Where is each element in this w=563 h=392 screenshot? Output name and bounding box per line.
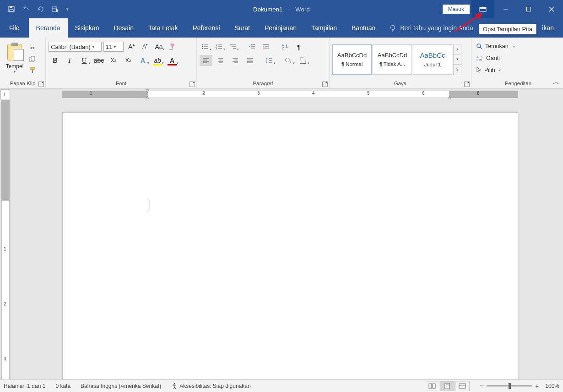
justify-button[interactable] — [244, 55, 256, 66]
borders-button[interactable]: ▾ — [297, 55, 309, 66]
change-case-icon[interactable]: Aa▾ — [153, 41, 165, 52]
print-layout-button[interactable] — [440, 381, 455, 391]
first-line-indent-marker[interactable]: ▽ — [146, 89, 149, 93]
highlight-button[interactable]: ab▾ — [151, 55, 164, 66]
decrease-font-icon[interactable]: A▾ — [139, 41, 151, 52]
collapse-ribbon-icon[interactable]: ︿ — [553, 78, 559, 87]
signin-button[interactable]: Masuk — [443, 5, 470, 14]
align-left-button[interactable] — [200, 55, 212, 66]
undo-icon[interactable] — [19, 2, 33, 16]
svg-rect-68 — [429, 384, 432, 388]
style-no-spacing[interactable]: AaBbCcDd ¶ Tidak A... — [373, 44, 412, 75]
bullets-button[interactable]: ▾ — [200, 41, 211, 52]
svg-rect-1 — [10, 6, 12, 8]
hanging-indent-marker[interactable]: △ — [146, 94, 149, 99]
font-color-button[interactable]: A▾ — [166, 55, 179, 66]
strike-button[interactable]: abc — [92, 55, 105, 66]
close-button[interactable] — [540, 0, 563, 18]
document-page[interactable] — [62, 112, 518, 379]
svg-text:A: A — [282, 44, 284, 47]
svg-point-23 — [202, 48, 204, 49]
select-button[interactable]: Pilih▾ — [476, 65, 501, 75]
redo-icon[interactable] — [34, 2, 48, 16]
touch-icon[interactable] — [49, 2, 62, 16]
format-painter-icon[interactable] — [28, 66, 37, 74]
decrease-indent-button[interactable] — [246, 41, 258, 52]
tab-file[interactable]: File — [0, 18, 29, 38]
increase-indent-button[interactable] — [260, 41, 272, 52]
font-size-combo[interactable]: 11▾ — [103, 42, 124, 52]
status-accessibility[interactable]: Aksesibilitas: Siap digunakan — [171, 383, 250, 389]
replace-icon: abac — [476, 55, 483, 61]
zoom-in-button[interactable]: + — [535, 382, 539, 390]
tab-view[interactable]: Tampilan — [304, 18, 344, 38]
save-icon[interactable] — [5, 2, 18, 16]
zoom-level[interactable]: 100% — [545, 383, 559, 389]
status-words[interactable]: 0 kata — [55, 383, 70, 389]
text-effects-button[interactable]: A▾ — [136, 55, 149, 66]
copy-icon[interactable] — [28, 55, 37, 63]
status-page[interactable]: Halaman 1 dari 1 — [4, 383, 45, 389]
clear-format-icon[interactable] — [167, 41, 179, 52]
svg-line-64 — [480, 47, 482, 49]
clipboard-launcher[interactable] — [38, 82, 44, 87]
editing-group-label: Pengeditan — [505, 81, 531, 86]
maximize-button[interactable] — [517, 0, 540, 18]
font-launcher[interactable] — [189, 82, 195, 87]
replace-button[interactable]: abac Ganti — [476, 53, 500, 63]
tab-help[interactable]: Bantuan — [344, 18, 383, 38]
align-center-button[interactable] — [214, 55, 227, 66]
multilevel-button[interactable]: ▾ — [227, 41, 239, 52]
increase-font-icon[interactable]: A▴ — [125, 41, 137, 52]
svg-point-19 — [202, 44, 204, 46]
svg-rect-8 — [527, 7, 531, 11]
vertical-ruler[interactable]: L 1 2 3 — [0, 89, 11, 379]
web-layout-button[interactable] — [455, 381, 470, 391]
tab-review[interactable]: Peninjauan — [257, 18, 304, 38]
paragraph-launcher[interactable] — [322, 82, 328, 87]
tab-home[interactable]: Beranda — [29, 18, 68, 38]
window-title: Dokumen1 - Word — [253, 6, 310, 13]
zoom-slider[interactable] — [487, 385, 532, 387]
style-normal[interactable]: AaBbCcDd ¶ Normal — [332, 44, 372, 75]
sort-button[interactable]: AZ — [279, 41, 291, 52]
zoom-out-button[interactable]: − — [480, 382, 484, 390]
show-marks-button[interactable]: ¶ — [293, 41, 305, 52]
minimize-button[interactable] — [494, 0, 517, 18]
style-heading1[interactable]: AaBbCc Judul 1 — [413, 44, 452, 75]
tab-insert[interactable]: Sisipkan — [68, 18, 107, 38]
styles-scrollbar[interactable]: ▴▾⊻ — [453, 44, 461, 75]
svg-point-67 — [174, 383, 175, 385]
shading-button[interactable]: ▾ — [282, 55, 295, 66]
qat-more-icon[interactable]: ▾ — [63, 2, 71, 16]
font-name-combo[interactable]: Calibri (Badan)▾ — [49, 42, 102, 52]
find-button[interactable]: Temukan▾ — [476, 41, 515, 51]
tab-layout[interactable]: Tata Letak — [141, 18, 185, 38]
ribbon-options-tooltip: Opsi Tampilan Pita — [479, 24, 536, 34]
search-icon — [476, 43, 482, 49]
tab-references[interactable]: Referensi — [185, 18, 227, 38]
read-mode-button[interactable] — [425, 381, 439, 391]
tab-selector[interactable]: L — [0, 89, 10, 99]
tab-design[interactable]: Desain — [106, 18, 141, 38]
bold-button[interactable]: B — [49, 55, 61, 66]
cut-icon[interactable]: ✂ — [28, 44, 37, 52]
svg-rect-6 — [480, 7, 486, 9]
line-spacing-button[interactable]: ▾ — [263, 55, 276, 66]
align-right-button[interactable] — [229, 55, 242, 66]
status-language[interactable]: Bahasa Inggris (Amerika Serikat) — [81, 383, 161, 389]
numbering-button[interactable]: 123▾ — [213, 41, 225, 52]
superscript-button[interactable]: X2 — [122, 55, 135, 66]
subscript-button[interactable]: X2 — [107, 55, 120, 66]
tab-mailings[interactable]: Surat — [227, 18, 257, 38]
paste-icon — [7, 44, 22, 60]
paste-button[interactable]: Tempel ▾ — [3, 44, 27, 74]
svg-rect-16 — [31, 67, 34, 70]
styles-launcher[interactable] — [464, 82, 470, 87]
svg-rect-2 — [10, 10, 13, 11]
share-suffix[interactable]: ikan — [537, 24, 558, 32]
right-indent-marker[interactable]: △ — [448, 94, 451, 99]
underline-button[interactable]: U▾ — [78, 55, 91, 66]
horizontal-ruler[interactable]: 1 2 3 4 5 6 6 6 ▽ △ △ — [11, 89, 563, 99]
italic-button[interactable]: I — [63, 55, 76, 66]
